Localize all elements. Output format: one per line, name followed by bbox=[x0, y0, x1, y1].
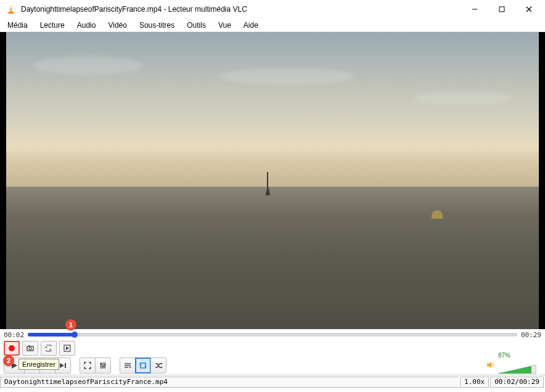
time-bar: 00:02 00:29 bbox=[0, 329, 545, 340]
record-tooltip: Enregistrer bbox=[18, 359, 59, 370]
maximize-button[interactable] bbox=[488, 1, 515, 18]
window-controls bbox=[461, 1, 543, 18]
menu-audio[interactable]: Audio bbox=[72, 20, 101, 31]
svg-rect-5 bbox=[499, 7, 504, 12]
fullscreen-button[interactable] bbox=[80, 357, 96, 374]
svg-marker-36 bbox=[487, 362, 491, 368]
svg-marker-15 bbox=[66, 346, 69, 350]
advanced-toolbar: AB bbox=[0, 340, 545, 356]
main-controls: 87% bbox=[0, 356, 545, 375]
elapsed-time[interactable]: 00:02 bbox=[4, 331, 24, 339]
svg-text:A: A bbox=[45, 345, 47, 349]
svg-marker-35 bbox=[161, 367, 163, 369]
svg-marker-20 bbox=[60, 363, 64, 368]
svg-rect-2 bbox=[10, 10, 13, 11]
record-button[interactable] bbox=[4, 341, 20, 356]
video-frame bbox=[6, 32, 539, 329]
speaker-icon[interactable] bbox=[486, 360, 496, 372]
svg-marker-31 bbox=[129, 367, 131, 369]
svg-rect-25 bbox=[100, 364, 102, 365]
loop-button[interactable] bbox=[135, 357, 151, 374]
menu-lecture[interactable]: Lecture bbox=[35, 20, 70, 31]
extended-settings-button[interactable] bbox=[95, 357, 111, 374]
menu-soustitres[interactable]: Sous-titres bbox=[134, 20, 179, 31]
volume-slider[interactable] bbox=[498, 364, 536, 375]
menu-aide[interactable]: Aide bbox=[239, 20, 263, 31]
svg-point-8 bbox=[9, 345, 15, 351]
svg-marker-33 bbox=[144, 366, 147, 368]
total-time[interactable]: 00:29 bbox=[521, 331, 541, 339]
window-title: DaytonighttimelapseofPariscityFrance.mp4… bbox=[21, 5, 461, 14]
menu-outils[interactable]: Outils bbox=[182, 20, 211, 31]
svg-marker-32 bbox=[139, 364, 142, 365]
volume-area: 87% bbox=[486, 357, 541, 375]
titlebar: DaytonighttimelapseofPariscityFrance.mp4… bbox=[0, 0, 545, 18]
svg-rect-23 bbox=[102, 362, 104, 369]
svg-rect-26 bbox=[102, 366, 104, 367]
annotation-marker-2: 2 bbox=[3, 355, 14, 366]
video-area[interactable] bbox=[0, 32, 545, 329]
loop-ab-button[interactable]: AB bbox=[41, 341, 57, 356]
close-button[interactable] bbox=[515, 1, 543, 18]
volume-percent: 87% bbox=[498, 352, 536, 359]
svg-marker-34 bbox=[161, 363, 163, 365]
playlist-button[interactable] bbox=[120, 357, 136, 374]
menu-video[interactable]: Vidéo bbox=[103, 20, 131, 31]
svg-point-10 bbox=[29, 348, 31, 350]
svg-rect-3 bbox=[8, 12, 14, 14]
svg-rect-1 bbox=[10, 7, 12, 9]
frame-step-button[interactable] bbox=[59, 341, 75, 356]
minimize-button[interactable] bbox=[461, 1, 488, 18]
status-speed[interactable]: 1.00x bbox=[460, 377, 489, 388]
annotation-marker-1: 1 bbox=[65, 319, 76, 330]
eiffel-tower-icon bbox=[267, 172, 268, 195]
menu-media[interactable]: Média bbox=[2, 20, 33, 31]
vlc-cone-icon bbox=[5, 3, 17, 15]
svg-rect-27 bbox=[104, 365, 106, 366]
seek-slider[interactable] bbox=[28, 333, 517, 337]
status-time[interactable]: 00:02/00:29 bbox=[490, 377, 544, 388]
menubar: Média Lecture Audio Vidéo Sous-titres Ou… bbox=[0, 18, 545, 32]
svg-marker-0 bbox=[9, 5, 13, 13]
svg-rect-21 bbox=[65, 363, 66, 368]
shuffle-button[interactable] bbox=[150, 357, 166, 374]
svg-rect-22 bbox=[100, 362, 102, 369]
menu-vue[interactable]: Vue bbox=[213, 20, 236, 31]
snapshot-button[interactable] bbox=[22, 341, 38, 356]
svg-rect-11 bbox=[28, 346, 30, 347]
dome-icon bbox=[432, 210, 443, 219]
status-filename[interactable]: DaytonighttimelapseofPariscityFrance.mp4 bbox=[0, 377, 459, 388]
status-bar: DaytonighttimelapseofPariscityFrance.mp4… bbox=[0, 375, 545, 388]
